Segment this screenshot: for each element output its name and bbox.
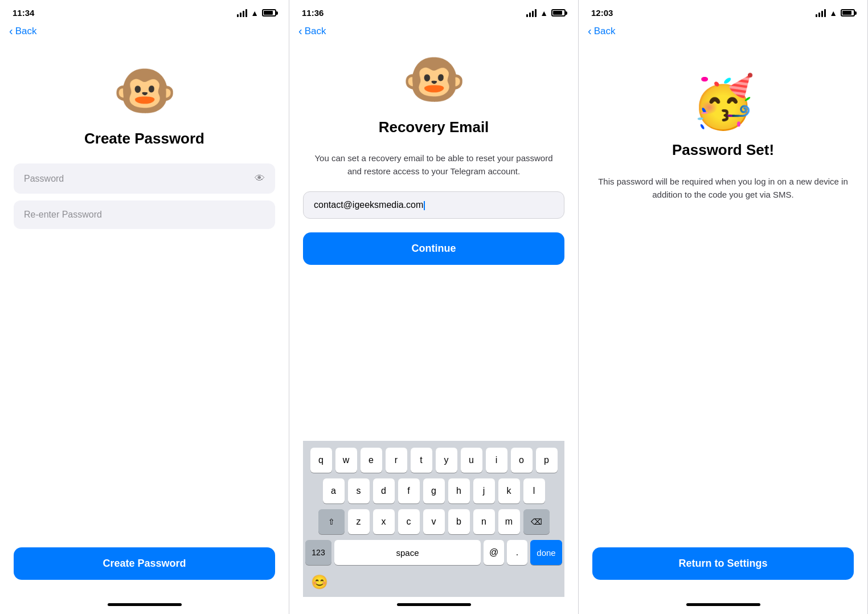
status-bar-3: 12:03 ▲	[579, 0, 867, 22]
battery-icon-1	[262, 9, 276, 17]
chevron-left-icon-3: ‹	[588, 24, 592, 38]
return-to-settings-button[interactable]: Return to Settings	[592, 547, 854, 580]
key-d[interactable]: d	[373, 478, 395, 504]
key-s[interactable]: s	[348, 478, 370, 504]
home-indicator-3	[579, 597, 867, 614]
password-set-description: This password will be required when you …	[592, 175, 854, 202]
back-button-2[interactable]: ‹ Back	[298, 24, 326, 38]
password-field[interactable]: Password 👁	[14, 163, 275, 194]
key-n[interactable]: n	[473, 509, 495, 534]
key-z[interactable]: z	[348, 509, 370, 534]
home-indicator-2	[289, 597, 578, 614]
key-q[interactable]: q	[310, 448, 332, 473]
key-k[interactable]: k	[498, 478, 520, 504]
status-time-1: 11:34	[13, 8, 34, 18]
back-label-1: Back	[15, 26, 37, 37]
back-button-3[interactable]: ‹ Back	[588, 24, 615, 38]
key-v[interactable]: v	[423, 509, 445, 534]
screen-password-set: 12:03 ▲ ‹ Back 🥳 Password Set! This pass…	[579, 0, 868, 614]
reenter-placeholder: Re-enter Password	[24, 210, 102, 220]
keyboard: q w e r t y u i o p a s d f g h j k l	[303, 441, 564, 597]
back-label-2: Back	[305, 26, 326, 37]
key-o[interactable]: o	[511, 448, 533, 473]
screen1-main: 🐵 Create Password Password 👁 Re-enter Pa…	[0, 42, 289, 597]
key-at[interactable]: @	[484, 540, 504, 565]
nav-bar-2: ‹ Back	[289, 22, 578, 42]
key-l[interactable]: l	[523, 478, 545, 504]
status-bar-2: 11:36 ▲	[289, 0, 578, 22]
status-bar-1: 11:34 ▲	[0, 0, 289, 22]
create-password-button[interactable]: Create Password	[14, 547, 275, 580]
screen3-main: 🥳 Password Set! This password will be re…	[579, 42, 867, 597]
home-bar-2	[397, 603, 471, 606]
home-bar-1	[108, 603, 182, 606]
chevron-left-icon-1: ‹	[9, 24, 13, 38]
keyboard-row-2: a s d f g h j k l	[305, 478, 562, 504]
continue-button[interactable]: Continue	[303, 232, 564, 265]
home-bar-3	[686, 603, 760, 606]
monkey-emoji-1: 🐵	[113, 65, 177, 116]
key-p[interactable]: p	[536, 448, 558, 473]
wifi-icon-1: ▲	[251, 9, 259, 18]
status-icons-2: ▲	[526, 9, 566, 18]
key-f[interactable]: f	[398, 478, 420, 504]
reenter-password-field[interactable]: Re-enter Password	[14, 200, 275, 229]
keyboard-row-3: ⇧ z x c v b n m ⌫	[305, 509, 562, 534]
recovery-email-description: You can set a recovery email to be able …	[303, 152, 564, 178]
chevron-left-icon-2: ‹	[298, 24, 302, 38]
status-icons-1: ▲	[237, 9, 276, 18]
key-x[interactable]: x	[373, 509, 395, 534]
eye-icon[interactable]: 👁	[255, 173, 265, 185]
signal-icon-2	[526, 9, 537, 17]
party-emoji: 🥳	[691, 76, 755, 128]
email-input-value: contact@igeeksmedia.com	[314, 200, 423, 210]
wifi-icon-2: ▲	[540, 9, 548, 18]
key-b[interactable]: b	[448, 509, 470, 534]
key-i[interactable]: i	[486, 448, 507, 473]
delete-key[interactable]: ⌫	[523, 509, 550, 534]
key-t[interactable]: t	[411, 448, 432, 473]
key-g[interactable]: g	[423, 478, 445, 504]
key-u[interactable]: u	[461, 448, 482, 473]
password-set-title: Password Set!	[672, 141, 774, 159]
screen-create-password: 11:34 ▲ ‹ Back 🐵 Create Password Passwor…	[0, 0, 289, 614]
screen-recovery-email: 11:36 ▲ ‹ Back 🐵 Recovery Email You can …	[289, 0, 579, 614]
screen2-main: 🐵 Recovery Email You can set a recovery …	[289, 42, 578, 597]
shift-key[interactable]: ⇧	[318, 509, 345, 534]
key-a[interactable]: a	[323, 478, 345, 504]
status-icons-3: ▲	[816, 9, 855, 18]
home-indicator-1	[0, 597, 289, 614]
key-e[interactable]: e	[361, 448, 382, 473]
recovery-email-title: Recovery Email	[379, 118, 489, 136]
key-j[interactable]: j	[473, 478, 495, 504]
signal-icon-3	[816, 9, 826, 17]
done-key[interactable]: done	[530, 540, 562, 565]
signal-icon-1	[237, 9, 247, 17]
wifi-icon-3: ▲	[829, 9, 837, 18]
key-y[interactable]: y	[436, 448, 457, 473]
keyboard-row-1: q w e r t y u i o p	[305, 448, 562, 473]
battery-icon-3	[841, 9, 855, 17]
key-c[interactable]: c	[398, 509, 420, 534]
key-dot[interactable]: .	[507, 540, 527, 565]
status-time-3: 12:03	[591, 8, 613, 18]
nav-bar-1: ‹ Back	[0, 22, 289, 42]
key-m[interactable]: m	[498, 509, 520, 534]
nav-bar-3: ‹ Back	[579, 22, 867, 42]
status-time-2: 11:36	[302, 8, 324, 18]
text-cursor	[424, 201, 425, 210]
key-123[interactable]: 123	[305, 540, 331, 565]
battery-icon-2	[551, 9, 566, 17]
monkey-emoji-2: 🐵	[402, 54, 466, 105]
emoji-key[interactable]: 😊	[311, 574, 328, 590]
password-placeholder: Password	[24, 174, 64, 184]
emoji-keyboard-row: 😊	[305, 571, 562, 592]
keyboard-row-bottom: 123 space @ . done	[305, 540, 562, 565]
key-w[interactable]: w	[335, 448, 357, 473]
back-label-3: Back	[594, 26, 616, 37]
email-input-field[interactable]: contact@igeeksmedia.com	[303, 191, 564, 219]
key-h[interactable]: h	[448, 478, 470, 504]
back-button-1[interactable]: ‹ Back	[9, 24, 36, 38]
key-r[interactable]: r	[386, 448, 407, 473]
space-key[interactable]: space	[334, 540, 481, 565]
